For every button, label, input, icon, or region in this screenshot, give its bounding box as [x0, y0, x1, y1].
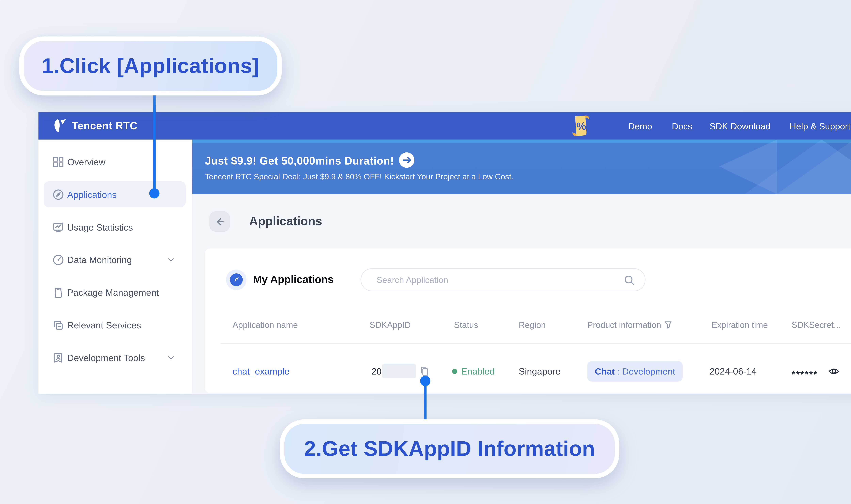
filter-funnel-icon[interactable] — [664, 321, 673, 329]
sdkappid-value: 20 — [371, 366, 382, 376]
column-expiration-time: Expiration time — [711, 320, 768, 329]
arrow-left-icon — [214, 216, 225, 227]
column-product-information: Product information — [587, 320, 673, 329]
card-title: My Applications — [253, 273, 334, 286]
eye-icon — [828, 366, 839, 377]
search-icon — [624, 275, 635, 286]
column-sdkappid: SDKAppID — [370, 320, 411, 329]
table-header-divider — [220, 343, 851, 344]
sidebar-item-usage-statistics[interactable]: Usage Statistics — [38, 215, 192, 240]
column-sdksecret: SDKSecret... — [792, 320, 841, 329]
nav-docs[interactable]: Docs — [672, 112, 692, 140]
relevant-services-icon — [52, 319, 65, 331]
sidebar-item-development-tools[interactable]: Development Tools — [38, 345, 192, 371]
usage-statistics-icon — [52, 221, 65, 234]
compass-icon — [229, 273, 243, 287]
reveal-secret-button[interactable] — [828, 366, 839, 379]
tencent-rtc-logo-icon — [53, 118, 67, 133]
sdksecret-masked: ****** — [792, 369, 818, 380]
data-monitoring-gauge-icon — [52, 254, 65, 266]
sidebar-item-applications[interactable]: Applications — [38, 182, 192, 208]
package-management-bag-icon — [52, 286, 65, 299]
development-tools-badge-icon — [52, 352, 65, 364]
column-region: Region — [519, 320, 546, 329]
status-dot — [452, 369, 457, 374]
page-title: Applications — [249, 215, 322, 229]
callout2-connector-line — [424, 381, 427, 421]
application-name-link[interactable]: chat_example — [232, 366, 289, 376]
promo-banner: Just $9.9! Get 50,000mins Duration! Tenc… — [192, 140, 851, 194]
callout1-connector-dot — [149, 188, 159, 198]
my-applications-card: My Applications Create application Appli… — [205, 248, 851, 393]
banner-subtitle: Tencent RTC Special Deal: Just $9.9 & 80… — [205, 172, 514, 181]
banner-decoration — [706, 140, 851, 194]
annotated-screenshot: Tencent RTC % Demo Docs SDK Download Hel… — [0, 0, 851, 504]
sidebar-item-data-monitoring[interactable]: Data Monitoring — [38, 247, 192, 273]
brand-name: Tencent RTC — [72, 120, 138, 132]
product-information-badge: Chat : Development — [587, 361, 683, 381]
search-input[interactable] — [375, 269, 621, 291]
sidebar: Overview Applications — [38, 140, 192, 394]
sidebar-item-relevant-services[interactable]: Relevant Services — [38, 312, 192, 338]
applications-compass-icon — [52, 188, 65, 201]
expiration-value: 2024-06-14 — [710, 366, 756, 376]
arrow-right-icon — [402, 156, 411, 164]
copy-icon — [419, 366, 430, 377]
callout-step2: 2.Get SDKAppID Information — [280, 419, 619, 478]
region-value: Singapore — [519, 366, 561, 376]
back-button[interactable] — [209, 211, 230, 232]
callout-step1: 1.Click [Applications] — [19, 36, 282, 95]
svg-text:%: % — [576, 120, 586, 133]
search-box — [360, 268, 645, 291]
overview-grid-icon — [52, 156, 65, 168]
column-status: Status — [454, 320, 478, 329]
banner-title: Just $9.9! Get 50,000mins Duration! — [205, 155, 394, 168]
top-navigation-bar: Tencent RTC % Demo Docs SDK Download Hel… — [38, 112, 851, 140]
sidebar-item-package-management[interactable]: Package Management — [38, 280, 192, 305]
my-applications-icon-halo — [226, 270, 246, 290]
chevron-down-icon — [167, 354, 175, 362]
sidebar-item-overview[interactable]: Overview — [38, 149, 192, 175]
main-content: Applications My Applications — [192, 194, 851, 394]
tencent-rtc-console-window: Tencent RTC % Demo Docs SDK Download Hel… — [38, 112, 851, 394]
nav-demo[interactable]: Demo — [628, 112, 652, 140]
banner-arrow-button[interactable] — [399, 152, 414, 168]
callout2-connector-dot — [420, 376, 430, 386]
coupon-icon: % — [571, 115, 592, 137]
column-application-name: Application name — [232, 320, 298, 329]
status-value: Enabled — [461, 366, 495, 376]
nav-sdk-download[interactable]: SDK Download — [710, 112, 770, 140]
nav-help-support[interactable]: Help & Support — [790, 112, 851, 140]
callout1-connector-line — [153, 83, 156, 193]
sdkappid-redacted — [382, 364, 415, 378]
tencent-rtc-logo[interactable]: Tencent RTC — [53, 112, 138, 140]
chevron-down-icon — [167, 256, 175, 264]
coupon-button[interactable]: % — [571, 112, 592, 140]
